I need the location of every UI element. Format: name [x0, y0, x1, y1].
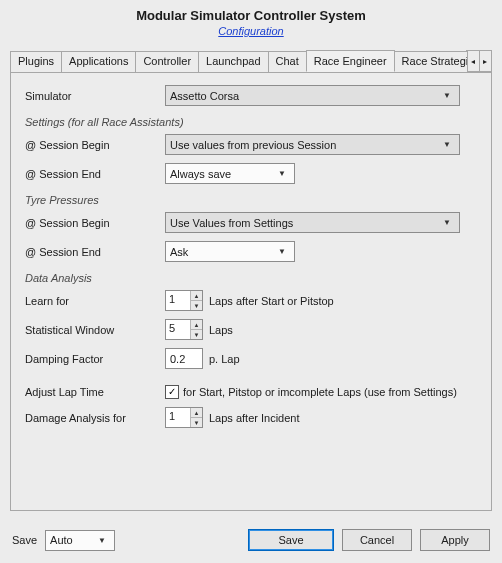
tyre-end-label: @ Session End	[25, 246, 165, 258]
settings-begin-label: @ Session Begin	[25, 139, 165, 151]
simulator-select[interactable]: Assetto Corsa ▼	[165, 85, 460, 106]
tab-plugins[interactable]: Plugins	[10, 51, 62, 73]
learn-for-suffix: Laps after Start or Pitstop	[209, 295, 334, 307]
spin-down-icon[interactable]: ▼	[191, 301, 202, 310]
tyre-end-select[interactable]: Ask ▼	[165, 241, 295, 262]
chevron-down-icon: ▼	[274, 169, 290, 178]
damping-label: Damping Factor	[25, 353, 165, 365]
tyre-end-value: Ask	[170, 246, 188, 258]
adjust-lap-label: Adjust Lap Time	[25, 386, 165, 398]
settings-begin-value: Use values from previous Session	[170, 139, 336, 151]
damage-label: Damage Analysis for	[25, 412, 165, 424]
tab-controller[interactable]: Controller	[135, 51, 199, 73]
chevron-down-icon: ▼	[439, 91, 455, 100]
chevron-down-icon: ▼	[274, 247, 290, 256]
damage-value: 1	[166, 408, 190, 427]
settings-end-select[interactable]: Always save ▼	[165, 163, 295, 184]
spin-up-icon[interactable]: ▲	[191, 408, 202, 418]
settings-end-label: @ Session End	[25, 168, 165, 180]
adjust-lap-suffix: for Start, Pitstop or imcomplete Laps (u…	[183, 386, 457, 398]
tyre-begin-value: Use Values from Settings	[170, 217, 293, 229]
spin-down-icon[interactable]: ▼	[191, 330, 202, 339]
damping-suffix: p. Lap	[209, 353, 240, 365]
save-mode-value: Auto	[50, 534, 73, 546]
save-button[interactable]: Save	[248, 529, 334, 551]
tyre-section-heading: Tyre Pressures	[25, 194, 477, 206]
tab-scroll-left[interactable]: ◂	[466, 50, 479, 72]
stat-window-value: 5	[166, 320, 190, 339]
tab-race-strategist[interactable]: Race Strategis	[394, 51, 469, 73]
chevron-down-icon: ▼	[439, 140, 455, 149]
save-mode-select[interactable]: Auto ▼	[45, 530, 115, 551]
damping-input[interactable]: 0.2	[165, 348, 203, 369]
chevron-down-icon: ▼	[439, 218, 455, 227]
learn-for-value: 1	[166, 291, 190, 310]
chevron-left-icon: ◂	[471, 57, 475, 66]
learn-for-stepper[interactable]: 1 ▲ ▼	[165, 290, 203, 311]
simulator-value: Assetto Corsa	[170, 90, 239, 102]
data-analysis-heading: Data Analysis	[25, 272, 477, 284]
chevron-down-icon: ▼	[94, 536, 110, 545]
simulator-label: Simulator	[25, 90, 165, 102]
tyre-begin-label: @ Session Begin	[25, 217, 165, 229]
tab-panel-race-engineer: Simulator Assetto Corsa ▼ Settings (for …	[10, 72, 492, 511]
spin-up-icon[interactable]: ▲	[191, 291, 202, 301]
damage-stepper[interactable]: 1 ▲ ▼	[165, 407, 203, 428]
learn-for-label: Learn for	[25, 295, 165, 307]
settings-section-heading: Settings (for all Race Assistants)	[25, 116, 477, 128]
stat-window-stepper[interactable]: 5 ▲ ▼	[165, 319, 203, 340]
settings-begin-select[interactable]: Use values from previous Session ▼	[165, 134, 460, 155]
stat-window-label: Statistical Window	[25, 324, 165, 336]
spin-down-icon[interactable]: ▼	[191, 418, 202, 427]
tab-strip: Plugins Applications Controller Launchpa…	[10, 50, 492, 72]
tyre-begin-select[interactable]: Use Values from Settings ▼	[165, 212, 460, 233]
tab-race-engineer[interactable]: Race Engineer	[306, 50, 395, 72]
tab-chat[interactable]: Chat	[268, 51, 307, 73]
settings-end-value: Always save	[170, 168, 231, 180]
chevron-right-icon: ▸	[483, 57, 487, 66]
tab-launchpad[interactable]: Launchpad	[198, 51, 268, 73]
tab-applications[interactable]: Applications	[61, 51, 136, 73]
footer-bar: Save Auto ▼ Save Cancel Apply	[0, 517, 502, 563]
cancel-button[interactable]: Cancel	[342, 529, 412, 551]
adjust-lap-checkbox[interactable]: ✓	[165, 385, 179, 399]
apply-button[interactable]: Apply	[420, 529, 490, 551]
tab-scroll-right[interactable]: ▸	[479, 50, 492, 72]
configuration-link[interactable]: Configuration	[218, 25, 283, 37]
damping-value: 0.2	[170, 353, 185, 365]
stat-window-suffix: Laps	[209, 324, 233, 336]
spin-up-icon[interactable]: ▲	[191, 320, 202, 330]
damage-suffix: Laps after Incident	[209, 412, 300, 424]
app-title: Modular Simulator Controller System	[0, 8, 502, 23]
save-mode-label: Save	[12, 534, 37, 546]
